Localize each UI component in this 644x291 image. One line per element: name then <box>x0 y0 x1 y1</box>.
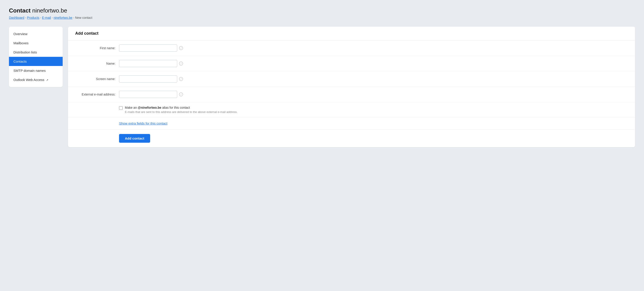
external-email-label: External e-mail address: <box>75 92 116 96</box>
name-row: Name: ✓ <box>68 56 635 71</box>
breadcrumb-sep-1: › <box>25 16 26 19</box>
sidebar-item-smtp-domain-names[interactable]: SMTP domain names <box>9 66 63 75</box>
add-contact-button[interactable]: Add contact <box>119 134 150 143</box>
screen-name-check-icon: ✓ <box>179 77 183 81</box>
sidebar-item-outlook-web-access[interactable]: Outlook Web Access ↗ <box>9 75 63 84</box>
external-email-row: External e-mail address: ✓ <box>68 87 635 102</box>
breadcrumb-domain[interactable]: ninefortwo.be <box>54 16 72 20</box>
name-check-icon: ✓ <box>179 62 183 66</box>
first-name-row: First name: ✓ <box>68 40 635 56</box>
panel-title: Add contact <box>75 31 628 36</box>
breadcrumb-email[interactable]: E-mail <box>42 16 51 20</box>
extra-fields-inner: Show extra fields for this contact <box>119 122 628 125</box>
first-name-input[interactable] <box>119 44 177 52</box>
extra-fields-link[interactable]: Show extra fields for this contact <box>119 122 168 125</box>
sidebar-item-overview[interactable]: Overview <box>9 29 63 38</box>
extra-fields-row: Show extra fields for this contact <box>68 118 635 130</box>
sidebar-item-distribution-lists[interactable]: Distribution lists <box>9 48 63 57</box>
submit-inner: Add contact <box>119 134 628 143</box>
sidebar: Overview Mailboxes Distribution lists Co… <box>9 26 63 87</box>
alias-inner: Make an @ninefortwo.be alias for this co… <box>119 106 628 114</box>
add-contact-form: First name: ✓ Name: ✓ Screen name: <box>68 40 635 147</box>
screen-name-input[interactable] <box>119 76 177 82</box>
breadcrumb-sep-4: › <box>73 16 74 19</box>
screen-name-label: Screen name: <box>75 77 116 81</box>
alias-checkbox[interactable] <box>119 106 122 110</box>
breadcrumb-products[interactable]: Products <box>27 16 40 20</box>
external-email-input[interactable] <box>119 91 177 98</box>
breadcrumb-dashboard[interactable]: Dashboard <box>9 16 24 20</box>
main-layout: Overview Mailboxes Distribution lists Co… <box>9 26 635 147</box>
alias-row: Make an @ninefortwo.be alias for this co… <box>68 102 635 118</box>
alias-label-wrap: Make an @ninefortwo.be alias for this co… <box>125 106 238 114</box>
name-label: Name: <box>75 62 116 65</box>
submit-row: Add contact <box>68 130 635 147</box>
alias-hint: E-mails that are sent to this address ar… <box>125 110 238 114</box>
external-email-input-wrap: ✓ <box>119 91 183 98</box>
breadcrumb-sep-3: › <box>52 16 52 19</box>
screen-name-row: Screen name: ✓ <box>68 71 635 87</box>
sidebar-item-mailboxes[interactable]: Mailboxes <box>9 38 63 48</box>
first-name-input-wrap: ✓ <box>119 44 183 52</box>
page-title: Contact ninefortwo.be <box>9 7 635 14</box>
first-name-check-icon: ✓ <box>179 46 183 50</box>
name-input-wrap: ✓ <box>119 60 183 67</box>
breadcrumb-current: New contact <box>75 16 92 20</box>
sidebar-item-contacts[interactable]: Contacts <box>9 57 63 66</box>
first-name-label: First name: <box>75 46 116 50</box>
name-input[interactable] <box>119 60 177 67</box>
panel-header: Add contact <box>68 26 635 40</box>
breadcrumb-sep-2: › <box>40 16 41 19</box>
screen-name-input-wrap: ✓ <box>119 76 183 82</box>
external-email-check-icon: ✓ <box>179 92 183 96</box>
breadcrumb: Dashboard › Products › E-mail › ninefort… <box>9 16 635 20</box>
content-panel: Add contact First name: ✓ Name: ✓ <box>68 26 635 147</box>
external-link-icon: ↗ <box>46 78 48 82</box>
alias-label: Make an @ninefortwo.be alias for this co… <box>125 106 238 110</box>
